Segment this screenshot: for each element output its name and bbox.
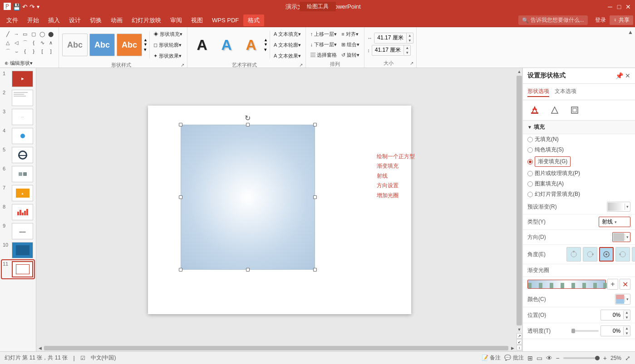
- shape-penta[interactable]: ⌒: [21, 39, 29, 47]
- shape-free2[interactable]: ⌣: [12, 47, 20, 55]
- menu-wps-pdf[interactable]: WPS PDF: [207, 15, 243, 25]
- text-fill-button[interactable]: A 文本填充▾: [272, 29, 303, 39]
- text-outline-button[interactable]: A 文本轮廓▾: [272, 40, 303, 50]
- pattern-fill-option[interactable]: 图片或纹理填充(P): [523, 168, 635, 179]
- slide-thumb-8[interactable]: 8: [2, 203, 34, 221]
- shape-rtriangle[interactable]: ◁: [12, 39, 20, 47]
- texture-fill-option[interactable]: 图案填充(A): [523, 179, 635, 189]
- expand-button[interactable]: ↗: [517, 333, 522, 339]
- add-stop-button[interactable]: +: [607, 279, 618, 290]
- shape-triangle[interactable]: △: [4, 39, 12, 47]
- width-up[interactable]: ▲: [407, 33, 413, 38]
- slide-thumb-9[interactable]: 9 ▬▬: [2, 222, 34, 240]
- width-spin[interactable]: ▲ ▼: [407, 33, 413, 43]
- shape-freeform[interactable]: ∧: [47, 39, 55, 47]
- bring-forward-button[interactable]: ↑ 上移一层▾: [309, 29, 339, 39]
- text-effect-button[interactable]: A 文本效果▾: [272, 51, 303, 61]
- quick-access-undo[interactable]: ↶: [22, 3, 28, 10]
- color-picker[interactable]: ▾: [615, 294, 630, 305]
- group-button[interactable]: ⊞ 组合▾: [340, 39, 361, 49]
- panel-pin-button[interactable]: 📌: [615, 72, 623, 79]
- menu-animations[interactable]: 动画: [106, 15, 127, 26]
- transparency-input[interactable]: 0% ▲ ▼: [601, 325, 630, 336]
- canvas-scrollbar-v[interactable]: ▲ ▼ ↗ ↙ ↕: [516, 68, 522, 351]
- remove-stop-button[interactable]: ✕: [620, 279, 630, 290]
- slide-thumb-5[interactable]: 5: [2, 146, 34, 164]
- scroll-thumb-v[interactable]: [517, 76, 522, 325]
- handle-middle-right[interactable]: [313, 195, 317, 199]
- view-reading-button[interactable]: 👁: [546, 354, 552, 362]
- width-down[interactable]: ▼: [407, 38, 413, 43]
- zoom-plus[interactable]: +: [603, 354, 607, 362]
- menu-insert[interactable]: 插入: [44, 15, 64, 26]
- art-sample-1[interactable]: A: [190, 33, 214, 57]
- menu-format[interactable]: 格式: [243, 15, 264, 26]
- dir-option-3[interactable]: [599, 247, 614, 262]
- menu-home[interactable]: 开始: [23, 15, 44, 26]
- canvas-scrollbar-h[interactable]: ◀ ▶: [36, 345, 516, 351]
- menu-view[interactable]: 视图: [187, 15, 207, 26]
- shape-wave[interactable]: ∿: [38, 39, 46, 47]
- stop-3[interactable]: [550, 283, 553, 288]
- preset-gradient-arrow[interactable]: ▾: [625, 204, 630, 210]
- pattern-fill-radio[interactable]: [527, 171, 533, 176]
- login-button[interactable]: 登录: [595, 16, 606, 24]
- quick-access-redo[interactable]: ↷: [30, 3, 35, 10]
- direction-picker[interactable]: ▾: [612, 232, 630, 242]
- art-styles-expand[interactable]: ▲ ▼ ▾: [264, 38, 268, 53]
- menu-design[interactable]: 设计: [64, 15, 85, 26]
- stop-7[interactable]: [593, 283, 597, 288]
- shape-effect-button[interactable]: ✦ 形状效果▾: [152, 51, 184, 61]
- gradient-rect-shape[interactable]: [181, 125, 315, 270]
- art-styles-dialog[interactable]: ↗: [299, 63, 303, 68]
- dir-option-5[interactable]: [632, 247, 635, 262]
- height-up[interactable]: ▲: [404, 45, 410, 50]
- slide-thumb-6[interactable]: 6: [2, 165, 34, 183]
- menu-transitions[interactable]: 切换: [85, 15, 106, 26]
- preset-gradient-picker[interactable]: ▾: [607, 202, 630, 212]
- fill-line-icon[interactable]: [527, 103, 542, 117]
- close-button[interactable]: ✕: [625, 4, 631, 10]
- transparency-slider[interactable]: [571, 330, 599, 332]
- slide-bg-fill-option[interactable]: 幻灯片背景填充(B): [523, 189, 635, 199]
- texture-fill-radio[interactable]: [527, 181, 533, 187]
- panel-close-button[interactable]: ✕: [625, 72, 630, 79]
- dir-option-4[interactable]: [615, 247, 630, 262]
- stop-6[interactable]: [582, 283, 586, 288]
- scroll-up-button[interactable]: ▲: [516, 68, 522, 75]
- size-dialog[interactable]: ↗: [410, 61, 413, 66]
- shape-more[interactable]: ⬤: [47, 30, 55, 38]
- size-position-icon[interactable]: [567, 103, 582, 117]
- shape-container[interactable]: ↻ 绘制一个正方型 渐变填充 射线 方向设置 增加光圈: [181, 125, 315, 270]
- shape-outline-button[interactable]: ◻ 形状轮廓▾: [152, 40, 184, 50]
- shape-style-1[interactable]: Abc: [62, 34, 88, 56]
- rotate-handle[interactable]: ↻: [243, 114, 252, 123]
- shape-style-2[interactable]: Abc: [89, 34, 115, 56]
- shadow-effects-icon[interactable]: [547, 103, 562, 117]
- scroll-left-button[interactable]: ◀: [36, 345, 44, 351]
- align-button[interactable]: ≡ 对齐▾: [340, 29, 360, 39]
- position-spin[interactable]: ▲ ▼: [624, 310, 630, 320]
- shape-arrow-line[interactable]: →: [12, 30, 20, 38]
- slide-thumb-11[interactable]: 11: [2, 260, 34, 278]
- height-down[interactable]: ▼: [404, 50, 410, 55]
- transparency-up[interactable]: ▲: [624, 326, 630, 331]
- handle-top-center[interactable]: [246, 123, 250, 126]
- slide-thumb-1[interactable]: 1 ▶: [2, 70, 34, 88]
- art-sample-2[interactable]: A: [215, 33, 238, 57]
- zoom-slider[interactable]: [563, 357, 600, 359]
- slide-thumb-10[interactable]: 10: [2, 241, 34, 259]
- handle-top-right[interactable]: [313, 123, 317, 126]
- comments-button[interactable]: 💬 批注: [504, 354, 523, 362]
- slide-thumb-3[interactable]: 3 ···: [2, 108, 34, 126]
- dir-option-2[interactable]: [583, 247, 597, 262]
- fit-page-button[interactable]: ⤢: [625, 354, 630, 362]
- position-input[interactable]: 0% ▲ ▼: [601, 310, 630, 320]
- menu-slideshow[interactable]: 幻灯片放映: [127, 15, 166, 26]
- gradient-fill-radio[interactable]: [527, 159, 533, 165]
- type-select[interactable]: 射线 ▾: [599, 217, 630, 227]
- fill-section-header[interactable]: ▼ 填充: [523, 121, 635, 134]
- solid-fill-option[interactable]: 纯色填充(S): [523, 145, 635, 155]
- transparency-thumb[interactable]: [571, 329, 575, 333]
- shape-styles-expand[interactable]: ▲ ▼ ▾: [143, 38, 148, 53]
